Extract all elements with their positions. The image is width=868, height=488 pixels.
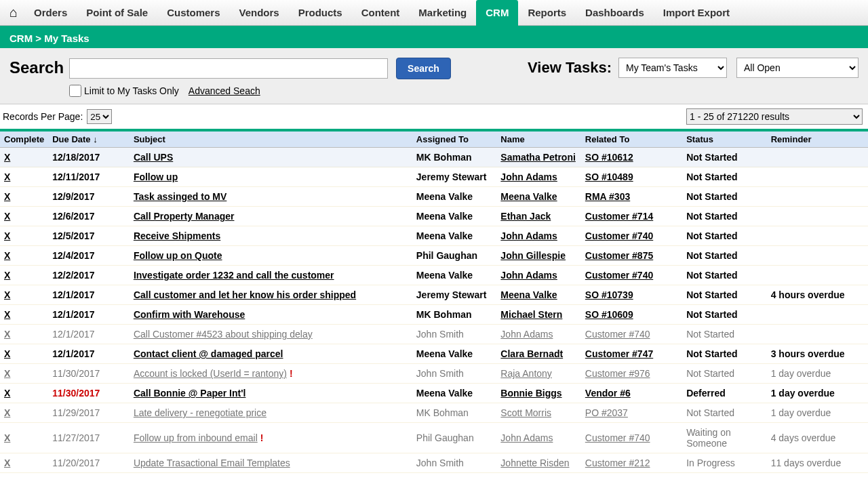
subject-link[interactable]: Task assinged to MV (134, 191, 226, 202)
th-complete[interactable]: Complete (0, 131, 48, 148)
th-related-to[interactable]: Related To (581, 131, 682, 148)
related-link[interactable]: Customer #976 (585, 368, 650, 379)
view-open-select[interactable]: All Open (736, 58, 859, 78)
th-name[interactable]: Name (496, 131, 580, 148)
table-row: X12/5/2017Receive ShipmentsMeena ValkeJo… (0, 226, 868, 246)
nav-dashboards[interactable]: Dashboards (576, 0, 654, 26)
subject-link[interactable]: Update Trasactional Email Templates (134, 458, 290, 468)
nav-import-export[interactable]: Import Export (654, 0, 739, 26)
subject-link[interactable]: Confirm with Warehouse (134, 309, 245, 320)
results-select[interactable]: 1 - 25 of 271220 results (686, 108, 863, 125)
subject-link[interactable]: Call Customer #4523 about shipping delay (134, 329, 313, 340)
nav-customers[interactable]: Customers (157, 0, 229, 26)
subject-link[interactable]: Account is locked (UserId = rantony) (134, 368, 287, 379)
reminder: 11 days overdue (767, 453, 868, 473)
subject-link[interactable]: Follow up from inbound email (134, 432, 258, 443)
complete-action[interactable]: X (4, 230, 10, 241)
related-link[interactable]: Customer #875 (585, 250, 653, 261)
complete-action[interactable]: X (4, 250, 10, 261)
nav-products[interactable]: Products (289, 0, 352, 26)
complete-action[interactable]: X (4, 211, 10, 222)
th-reminder[interactable]: Reminder (767, 131, 868, 148)
subject-link[interactable]: Follow up on Quote (134, 250, 222, 261)
status: In Progress (682, 453, 767, 473)
complete-action[interactable]: X (4, 407, 10, 418)
search-input[interactable] (69, 58, 388, 79)
limit-checkbox[interactable] (69, 85, 81, 97)
complete-action[interactable]: X (4, 329, 10, 340)
related-link[interactable]: Customer #740 (585, 270, 653, 281)
per-page-select[interactable]: 25 (87, 109, 112, 124)
complete-action[interactable]: X (4, 458, 10, 468)
nav-orders[interactable]: Orders (24, 0, 77, 26)
related-link[interactable]: SO #10739 (585, 289, 633, 300)
subject-link[interactable]: Late delivery - renegotiate price (134, 407, 267, 418)
name-link[interactable]: Samatha Petroni (500, 152, 575, 163)
complete-action[interactable]: X (4, 388, 10, 399)
name-link[interactable]: John Adams (500, 329, 553, 340)
th-due-date[interactable]: Due Date ↓ (48, 131, 130, 148)
breadcrumb-section[interactable]: CRM (9, 33, 33, 44)
subject-link[interactable]: Call UPS (134, 152, 173, 163)
related-link[interactable]: Customer #740 (585, 329, 650, 340)
name-link[interactable]: Scott Morris (500, 407, 551, 418)
subject-link[interactable]: Contact client @ damaged parcel (134, 348, 283, 359)
name-link[interactable]: Ethan Jack (500, 211, 551, 222)
related-link[interactable]: SO #10612 (585, 152, 633, 163)
due-date: 11/20/2017 (48, 453, 130, 473)
nav-crm[interactable]: CRM (476, 0, 518, 26)
complete-action[interactable]: X (4, 348, 10, 359)
nav-marketing[interactable]: Marketing (409, 0, 476, 26)
subject-link[interactable]: Call Bonnie @ Paper Int'l (134, 388, 246, 399)
related-link[interactable]: Vendor #6 (585, 388, 631, 399)
nav-reports[interactable]: Reports (518, 0, 576, 26)
complete-action[interactable]: X (4, 309, 10, 320)
complete-action[interactable]: X (4, 289, 10, 300)
complete-action[interactable]: X (4, 368, 10, 379)
subject-link[interactable]: Call customer and let her know his order… (134, 289, 356, 300)
complete-action[interactable]: X (4, 191, 10, 202)
subject-link[interactable]: Call Property Manager (134, 211, 235, 222)
nav-vendors[interactable]: Vendors (230, 0, 289, 26)
related-link[interactable]: PO #2037 (585, 407, 628, 418)
complete-action[interactable]: X (4, 432, 10, 443)
complete-action[interactable]: X (4, 152, 10, 163)
related-link[interactable]: Customer #740 (585, 230, 653, 241)
name-link[interactable]: John Adams (500, 270, 557, 281)
nav-content[interactable]: Content (352, 0, 410, 26)
th-status[interactable]: Status (682, 131, 767, 148)
subject-link[interactable]: Investigate order 1232 and call the cust… (134, 270, 334, 281)
related-link[interactable]: RMA #303 (585, 191, 630, 202)
name-link[interactable]: John Adams (500, 230, 557, 241)
view-team-select[interactable]: My Team's Tasks (618, 58, 727, 78)
th-assigned-to[interactable]: Assigned To (412, 131, 497, 148)
th-subject[interactable]: Subject (130, 131, 412, 148)
name-link[interactable]: John Gillespie (500, 250, 566, 261)
name-link[interactable]: John Adams (500, 171, 557, 182)
search-button[interactable]: Search (396, 58, 451, 79)
name-link[interactable]: Johnette Risden (500, 458, 569, 468)
complete-action[interactable]: X (4, 270, 10, 281)
subject-link[interactable]: Receive Shipments (134, 230, 220, 241)
related-link[interactable]: SO #10609 (585, 309, 633, 320)
related-link[interactable]: Customer #714 (585, 211, 653, 222)
name-link[interactable]: Meena Valke (500, 289, 557, 300)
subject-link[interactable]: Follow up (134, 171, 178, 182)
name-link[interactable]: Bonnie Biggs (500, 388, 561, 399)
due-date: 11/30/2017 (48, 384, 130, 403)
due-date: 12/2/2017 (48, 266, 130, 285)
complete-action[interactable]: X (4, 171, 10, 182)
name-link[interactable]: John Adams (500, 432, 553, 443)
name-link[interactable]: Raja Antony (500, 368, 552, 379)
tasks-table-wrap: Complete Due Date ↓ Subject Assigned To … (0, 129, 868, 473)
related-link[interactable]: Customer #740 (585, 432, 650, 443)
home-icon[interactable]: ⌂ (9, 5, 18, 20)
nav-point-of-sale[interactable]: Point of Sale (77, 0, 157, 26)
advanced-search-link[interactable]: Advanced Seach (189, 85, 260, 96)
name-link[interactable]: Michael Stern (500, 309, 562, 320)
name-link[interactable]: Clara Bernadt (500, 348, 563, 359)
related-link[interactable]: SO #10489 (585, 171, 633, 182)
related-link[interactable]: Customer #212 (585, 458, 650, 468)
name-link[interactable]: Meena Valke (500, 191, 557, 202)
related-link[interactable]: Customer #747 (585, 348, 653, 359)
